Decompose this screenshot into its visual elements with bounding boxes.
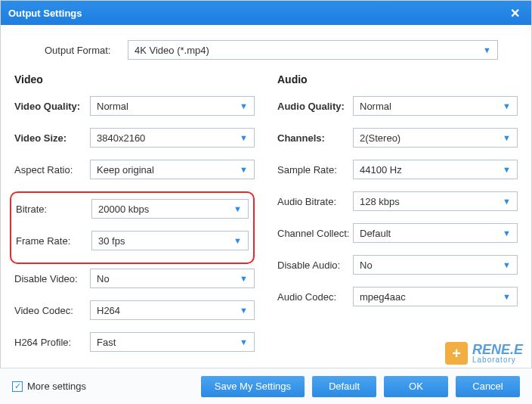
close-icon[interactable]: ✕ [506, 4, 524, 22]
audio-codec-label: Audio Codec: [277, 291, 353, 303]
audio-codec-value: mpeg4aac [360, 291, 406, 303]
content-area: Output Format: 4K Video (*.mp4) ▼ Video … [1, 25, 531, 364]
video-codec-value: H264 [97, 305, 120, 316]
audio-quality-select[interactable]: Normal ▼ [353, 96, 518, 116]
bitrate-value: 20000 kbps [98, 204, 149, 215]
video-quality-select[interactable]: Normal ▼ [90, 96, 255, 116]
cancel-button[interactable]: Cancel [456, 376, 520, 397]
audio-bitrate-value: 128 kbps [360, 196, 400, 207]
audio-quality-field: Audio Quality: Normal ▼ [277, 96, 518, 116]
video-column: Video Video Quality: Normal ▼ Video Size… [14, 73, 255, 364]
disable-audio-field: Disable Audio: No ▼ [277, 255, 518, 275]
sample-rate-select[interactable]: 44100 Hz ▼ [353, 160, 518, 179]
h264-profile-field: H264 Profile: Fast ▼ [14, 332, 255, 352]
titlebar: Output Settings ✕ [1, 1, 531, 25]
video-size-label: Video Size: [14, 132, 90, 144]
disable-video-field: Disable Video: No ▼ [14, 269, 255, 288]
disable-video-value: No [97, 273, 110, 284]
frame-rate-select[interactable]: 30 fps ▼ [91, 231, 249, 250]
more-settings-checkbox[interactable]: ✓ More settings [12, 381, 86, 392]
bitrate-label: Bitrate: [16, 204, 91, 215]
plus-icon: + [445, 342, 468, 365]
output-format-select[interactable]: 4K Video (*.mp4) ▼ [128, 40, 498, 60]
video-quality-value: Normal [97, 101, 128, 112]
bitrate-select[interactable]: 20000 kbps ▼ [91, 199, 249, 219]
window-title: Output Settings [8, 8, 82, 19]
aspect-ratio-select[interactable]: Keep original ▼ [90, 160, 255, 179]
video-size-field: Video Size: 3840x2160 ▼ [14, 128, 255, 148]
footer-bar: ✓ More settings Save My Settings Default… [0, 368, 532, 404]
audio-section-title: Audio [277, 73, 518, 85]
frame-rate-label: Frame Rate: [16, 235, 91, 247]
disable-video-select[interactable]: No ▼ [90, 269, 255, 288]
sample-rate-value: 44100 Hz [360, 164, 402, 176]
checkbox-icon: ✓ [12, 381, 23, 392]
aspect-ratio-field: Aspect Ratio: Keep original ▼ [14, 160, 255, 179]
h264-profile-select[interactable]: Fast ▼ [90, 332, 255, 352]
watermark-logo: + RENE.E Laboratory [445, 342, 523, 365]
h264-profile-label: H264 Profile: [14, 337, 90, 348]
video-quality-field: Video Quality: Normal ▼ [14, 96, 255, 116]
video-codec-label: Video Codec: [14, 305, 90, 316]
footer-buttons: Save My Settings Default OK Cancel [201, 376, 520, 397]
audio-column: Audio Audio Quality: Normal ▼ Channels: … [277, 73, 518, 364]
audio-bitrate-label: Audio Bitrate: [277, 196, 353, 207]
chevron-down-icon: ▼ [234, 204, 242, 213]
chevron-down-icon: ▼ [503, 197, 511, 206]
video-section-title: Video [14, 73, 255, 85]
chevron-down-icon: ▼ [240, 101, 248, 110]
sample-rate-field: Sample Rate: 44100 Hz ▼ [277, 160, 518, 179]
channel-collect-field: Channel Collect: Default ▼ [277, 223, 518, 243]
default-button[interactable]: Default [312, 376, 376, 397]
disable-audio-label: Disable Audio: [277, 259, 353, 271]
chevron-down-icon: ▼ [240, 337, 248, 347]
channels-field: Channels: 2(Stereo) ▼ [277, 128, 518, 148]
chevron-down-icon: ▼ [503, 228, 511, 238]
audio-codec-field: Audio Codec: mpeg4aac ▼ [277, 287, 518, 306]
video-size-value: 3840x2160 [97, 132, 145, 144]
disable-audio-value: No [360, 259, 373, 271]
watermark-sub: Laboratory [472, 356, 523, 364]
chevron-down-icon: ▼ [240, 274, 248, 283]
channels-select[interactable]: 2(Stereo) ▼ [353, 128, 518, 148]
h264-profile-value: Fast [97, 337, 116, 348]
chevron-down-icon: ▼ [503, 133, 511, 142]
audio-bitrate-select[interactable]: 128 kbps ▼ [353, 191, 518, 211]
video-codec-select[interactable]: H264 ▼ [90, 300, 255, 320]
output-format-row: Output Format: 4K Video (*.mp4) ▼ [45, 40, 518, 60]
disable-video-label: Disable Video: [14, 273, 90, 284]
video-codec-field: Video Codec: H264 ▼ [14, 300, 255, 320]
frame-rate-field: Frame Rate: 30 fps ▼ [16, 231, 249, 250]
chevron-down-icon: ▼ [503, 292, 511, 301]
more-settings-label: More settings [27, 381, 86, 392]
channels-label: Channels: [277, 132, 353, 144]
chevron-down-icon: ▼ [240, 306, 248, 315]
chevron-down-icon: ▼ [503, 260, 511, 269]
ok-button[interactable]: OK [384, 376, 448, 397]
audio-codec-select[interactable]: mpeg4aac ▼ [353, 287, 518, 306]
output-format-value: 4K Video (*.mp4) [135, 45, 209, 56]
audio-quality-value: Normal [360, 101, 391, 112]
save-my-settings-button[interactable]: Save My Settings [201, 376, 305, 397]
chevron-down-icon: ▼ [503, 101, 511, 110]
disable-audio-select[interactable]: No ▼ [353, 255, 518, 275]
aspect-ratio-value: Keep original [97, 164, 154, 176]
chevron-down-icon: ▼ [234, 236, 242, 245]
video-size-select[interactable]: 3840x2160 ▼ [90, 128, 255, 148]
channel-collect-label: Channel Collect: [277, 228, 353, 239]
chevron-down-icon: ▼ [240, 165, 248, 174]
chevron-down-icon: ▼ [483, 45, 491, 54]
settings-columns: Video Video Quality: Normal ▼ Video Size… [14, 73, 518, 364]
sample-rate-label: Sample Rate: [277, 164, 353, 176]
audio-bitrate-field: Audio Bitrate: 128 kbps ▼ [277, 191, 518, 211]
aspect-ratio-label: Aspect Ratio: [14, 164, 90, 176]
channel-collect-select[interactable]: Default ▼ [353, 223, 518, 243]
frame-rate-value: 30 fps [98, 235, 125, 247]
audio-quality-label: Audio Quality: [277, 101, 353, 112]
channel-collect-value: Default [360, 228, 391, 239]
output-format-label: Output Format: [45, 45, 128, 56]
chevron-down-icon: ▼ [240, 133, 248, 142]
highlight-box: Bitrate: 20000 kbps ▼ Frame Rate: 30 fps… [10, 191, 255, 264]
bitrate-field: Bitrate: 20000 kbps ▼ [16, 199, 249, 219]
watermark-brand: RENE.E [472, 343, 523, 356]
